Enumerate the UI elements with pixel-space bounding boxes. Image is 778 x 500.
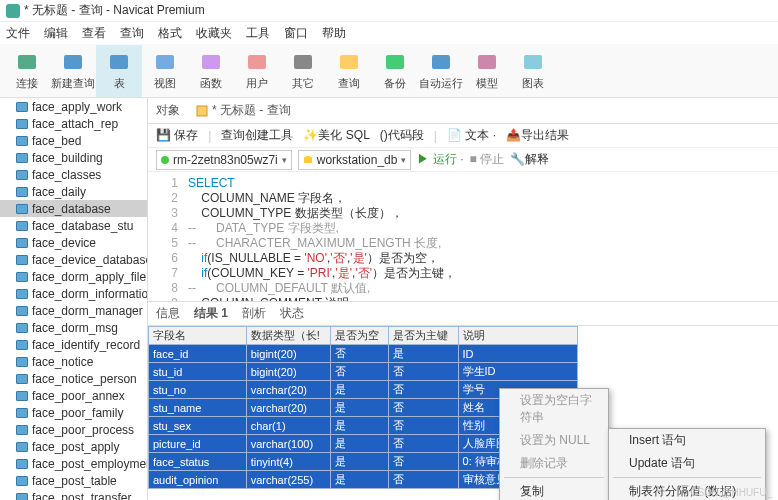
tree-item[interactable]: face_poor_process <box>0 421 147 438</box>
table-icon <box>16 255 28 265</box>
column-header[interactable]: 是否为主键 <box>389 327 458 345</box>
table-icon <box>16 323 28 333</box>
menu-编辑[interactable]: 编辑 <box>44 25 68 42</box>
tree-item[interactable]: face_notice_person <box>0 370 147 387</box>
tool-备份[interactable]: 备份 <box>372 45 418 97</box>
context-menu[interactable]: 设置为空白字符串设置为 NULL删除记录复制复制为▸粘贴显示▸ <box>499 388 609 500</box>
tab-query[interactable]: * 无标题 - 查询 <box>196 102 291 119</box>
menu-查询[interactable]: 查询 <box>120 25 144 42</box>
tree-item[interactable]: face_notice <box>0 353 147 370</box>
table-icon <box>16 476 28 486</box>
column-header[interactable]: 说明 <box>458 327 577 345</box>
builder-button[interactable]: 查询创建工具 <box>221 127 293 144</box>
tool-其它[interactable]: 其它 <box>280 45 326 97</box>
result-tabs: 信息结果 1剖析状态 <box>148 302 778 326</box>
tool-模型[interactable]: 模型 <box>464 45 510 97</box>
tool-查询[interactable]: 查询 <box>326 45 372 97</box>
menu-item[interactable]: 复制 <box>500 480 608 500</box>
table-icon <box>16 442 28 452</box>
menu-item[interactable]: Insert 语句 <box>609 429 765 452</box>
column-header[interactable]: 数据类型（长! <box>246 327 331 345</box>
tree-item[interactable]: face_post_transfer <box>0 489 147 500</box>
tree-item[interactable]: face_bed <box>0 132 147 149</box>
tree-item[interactable]: face_device <box>0 234 147 251</box>
tool-icon <box>61 50 85 74</box>
tool-表[interactable]: 表 <box>96 45 142 97</box>
menu-窗口[interactable]: 窗口 <box>284 25 308 42</box>
tree-item[interactable]: face_database <box>0 200 147 217</box>
table-icon <box>16 204 28 214</box>
tool-icon <box>107 50 131 74</box>
tool-视图[interactable]: 视图 <box>142 45 188 97</box>
tree-item[interactable]: face_dorm_msg <box>0 319 147 336</box>
svg-rect-1 <box>64 55 82 69</box>
tree-item[interactable]: face_apply_work <box>0 98 147 115</box>
server-select[interactable]: rm-2zetn83n05wz7i▾ <box>156 150 292 170</box>
table-icon <box>16 221 28 231</box>
beautify-button[interactable]: ✨美化 SQL <box>303 127 369 144</box>
tree-item[interactable]: face_building <box>0 149 147 166</box>
save-button[interactable]: 💾 保存 <box>156 127 198 144</box>
menu-帮助[interactable]: 帮助 <box>322 25 346 42</box>
result-tab[interactable]: 剖析 <box>242 305 266 322</box>
column-header[interactable]: 字段名 <box>149 327 247 345</box>
sql-editor[interactable]: 1SELECT2 COLUMN_NAME 字段名，3 COLUMN_TYPE 数… <box>148 172 778 302</box>
tool-icon <box>153 50 177 74</box>
tree-item[interactable]: face_database_stu <box>0 217 147 234</box>
tab-objects[interactable]: 对象 <box>156 102 180 119</box>
svg-rect-12 <box>197 106 207 116</box>
tool-图表[interactable]: 图表 <box>510 45 556 97</box>
tree-item[interactable]: face_post_apply <box>0 438 147 455</box>
main-toolbar: 连接新建查询表视图函数用户其它查询备份自动运行模型图表 <box>0 44 778 98</box>
menu-格式[interactable]: 格式 <box>158 25 182 42</box>
tool-icon <box>199 50 223 74</box>
table-icon <box>16 102 28 112</box>
tree-item[interactable]: face_classes <box>0 166 147 183</box>
table-row[interactable]: stu_idbigint(20)否否学生ID <box>149 363 578 381</box>
menu-item[interactable]: Update 语句 <box>609 452 765 475</box>
tool-连接[interactable]: 连接 <box>4 45 50 97</box>
object-tree[interactable]: face_apply_workface_attach_repface_bedfa… <box>0 98 148 500</box>
table-icon <box>16 306 28 316</box>
menu-bar: 文件编辑查看查询格式收藏夹工具窗口帮助 <box>0 22 778 44</box>
tool-函数[interactable]: 函数 <box>188 45 234 97</box>
menu-收藏夹[interactable]: 收藏夹 <box>196 25 232 42</box>
svg-rect-14 <box>304 158 312 163</box>
tree-item[interactable]: face_poor_family <box>0 404 147 421</box>
tree-item[interactable]: face_dorm_manager <box>0 302 147 319</box>
tool-icon <box>291 50 315 74</box>
tree-item[interactable]: face_daily <box>0 183 147 200</box>
text-button[interactable]: 📄 文本 · <box>447 127 496 144</box>
snippet-button[interactable]: ()代码段 <box>380 127 424 144</box>
run-button[interactable]: ▶ 运行 · <box>417 151 463 168</box>
table-row[interactable]: face_idbigint(20)否是ID <box>149 345 578 363</box>
result-tab[interactable]: 结果 1 <box>194 305 228 322</box>
database-select[interactable]: workstation_db▾ <box>298 150 412 170</box>
column-header[interactable]: 是否为空 <box>331 327 389 345</box>
export-button[interactable]: 📤导出结果 <box>506 127 569 144</box>
tree-item[interactable]: face_attach_rep <box>0 115 147 132</box>
tree-item[interactable]: face_dorm_information <box>0 285 147 302</box>
tree-item[interactable]: face_identify_record <box>0 336 147 353</box>
table-icon <box>16 272 28 282</box>
menu-item: 设置为 NULL <box>500 429 608 452</box>
tree-item[interactable]: face_device_database <box>0 251 147 268</box>
query-toolbar: 💾 保存 | 查询创建工具 ✨美化 SQL ()代码段 | 📄 文本 · 📤导出… <box>148 124 778 148</box>
tree-item[interactable]: face_poor_annex <box>0 387 147 404</box>
tool-自动运行[interactable]: 自动运行 <box>418 45 464 97</box>
menu-文件[interactable]: 文件 <box>6 25 30 42</box>
result-tab[interactable]: 信息 <box>156 305 180 322</box>
tree-item[interactable]: face_dorm_apply_file <box>0 268 147 285</box>
svg-rect-3 <box>156 55 174 69</box>
tree-item[interactable]: face_post_table <box>0 472 147 489</box>
tree-item[interactable]: face_post_employmen <box>0 455 147 472</box>
connection-bar: rm-2zetn83n05wz7i▾ workstation_db▾ ▶ 运行 … <box>148 148 778 172</box>
explain-button[interactable]: 🔧解释 <box>510 151 549 168</box>
app-icon <box>6 4 20 18</box>
menu-工具[interactable]: 工具 <box>246 25 270 42</box>
tool-新建查询[interactable]: 新建查询 <box>50 45 96 97</box>
menu-查看[interactable]: 查看 <box>82 25 106 42</box>
table-icon <box>16 425 28 435</box>
result-tab[interactable]: 状态 <box>280 305 304 322</box>
tool-用户[interactable]: 用户 <box>234 45 280 97</box>
